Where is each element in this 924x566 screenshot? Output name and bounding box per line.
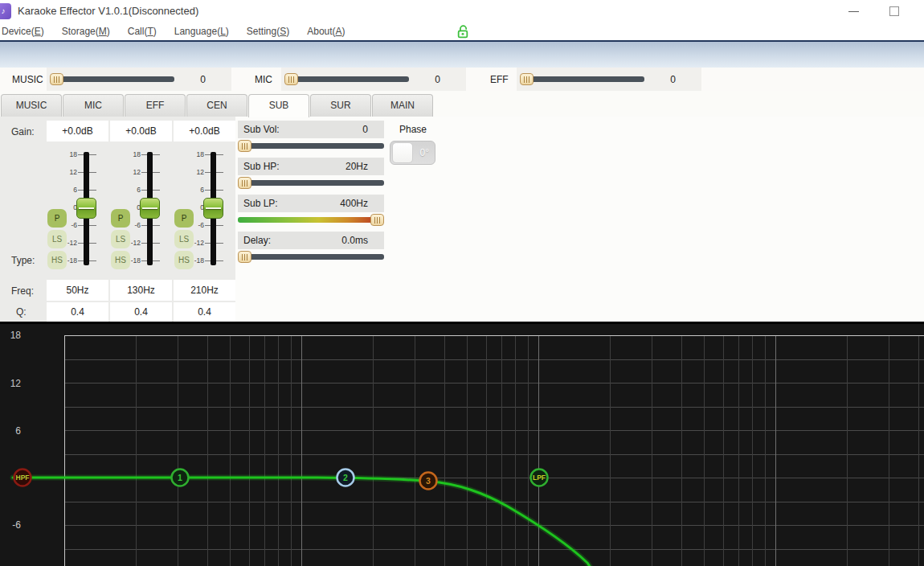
y-axis-label: -6 bbox=[12, 519, 21, 531]
eq-node-3[interactable]: 3 bbox=[420, 473, 437, 490]
band2-freq-field[interactable]: 130Hz bbox=[110, 280, 172, 301]
phase-label: Phase bbox=[389, 124, 437, 135]
eff-volume-group: EFF 0 bbox=[490, 68, 701, 91]
mic-volume-group: MIC 0 bbox=[255, 68, 466, 91]
maximize-icon bbox=[889, 6, 899, 16]
sub-vol-track[interactable] bbox=[238, 143, 384, 149]
sub-hp-slider[interactable] bbox=[238, 177, 384, 189]
delay-handle[interactable] bbox=[238, 251, 251, 263]
music-volume-handle[interactable] bbox=[50, 73, 63, 85]
band3-highshelf-button[interactable]: HS bbox=[174, 251, 194, 269]
band1-fader: 18 12 6 0 -6 -12 -18 P LS HS bbox=[47, 149, 108, 277]
band2-peak-button[interactable]: P bbox=[111, 209, 130, 228]
eq-node-1[interactable]: 1 bbox=[172, 470, 189, 486]
eq-response-graph: 181260-6HPF123LPF bbox=[0, 322, 924, 566]
svg-text:LPF: LPF bbox=[533, 474, 546, 482]
freq-row-label: Freq: bbox=[11, 285, 34, 297]
minimize-button[interactable] bbox=[837, 0, 871, 23]
band3-fader-handle[interactable] bbox=[203, 198, 223, 219]
menu-item-storage[interactable]: Storage(M) bbox=[53, 26, 119, 37]
eq-node-2[interactable]: 2 bbox=[337, 470, 354, 486]
channel-tabs: MUSIC MIC EFF CEN SUB SUR MAIN bbox=[0, 91, 924, 117]
sub-vol-value: 0 bbox=[362, 121, 368, 138]
menu-item-language[interactable]: Language(L) bbox=[166, 26, 238, 37]
tab-mic[interactable]: MIC bbox=[63, 94, 124, 117]
eff-volume-value: 0 bbox=[644, 74, 701, 85]
svg-text:2: 2 bbox=[343, 473, 348, 482]
mic-volume-slider[interactable] bbox=[284, 73, 409, 85]
sub-hp-handle[interactable] bbox=[238, 177, 251, 189]
band1-highshelf-button[interactable]: HS bbox=[47, 251, 67, 269]
phase-toggle-knob[interactable] bbox=[392, 142, 413, 163]
tab-cen[interactable]: CEN bbox=[186, 94, 247, 117]
band1-peak-button[interactable]: P bbox=[47, 209, 67, 228]
eq-node-hpf[interactable]: HPF bbox=[14, 470, 31, 486]
unlock-icon[interactable] bbox=[455, 23, 471, 39]
app-icon: ♪ bbox=[0, 3, 11, 19]
tab-sur[interactable]: SUR bbox=[310, 94, 371, 117]
delay-track[interactable] bbox=[238, 254, 384, 260]
tab-music[interactable]: MUSIC bbox=[1, 94, 62, 117]
delay-row: Delay:0.0ms bbox=[238, 232, 384, 249]
band2-fader-handle[interactable] bbox=[140, 198, 160, 219]
eq-graph-canvas[interactable]: 181260-6HPF123LPF bbox=[0, 324, 924, 566]
delay-slider[interactable] bbox=[238, 251, 384, 263]
eff-volume-track[interactable] bbox=[520, 76, 644, 82]
band1-freq-field[interactable]: 50Hz bbox=[47, 280, 108, 301]
sub-vol-handle[interactable] bbox=[238, 140, 251, 152]
maximize-button[interactable] bbox=[877, 0, 911, 23]
band3-freq-field[interactable]: 210Hz bbox=[174, 280, 235, 301]
svg-text:3: 3 bbox=[426, 476, 431, 486]
title-bar: ♪ Karaoke Effector V1.0.1(Disconnected) bbox=[0, 0, 924, 23]
band1-fader-handle[interactable] bbox=[76, 198, 96, 219]
band2-q-field[interactable]: 0.4 bbox=[110, 302, 172, 322]
karaoke-effector-window: ♪ Karaoke Effector V1.0.1(Disconnected) … bbox=[0, 0, 924, 566]
sub-hp-label: Sub HP: bbox=[243, 161, 280, 172]
eff-volume-slider[interactable] bbox=[520, 73, 644, 85]
menu-item-device[interactable]: Device(E) bbox=[0, 26, 53, 37]
menu-item-setting[interactable]: Setting(S) bbox=[238, 26, 298, 37]
band3-fader: 18 12 6 0 -6 -12 -18 P LS HS bbox=[174, 149, 235, 277]
band1-gain-field[interactable]: +0.0dB bbox=[47, 121, 108, 142]
menu-bar: Device(E) Storage(M) Call(T) Language(L)… bbox=[0, 23, 924, 40]
menu-item-about[interactable]: About(A) bbox=[298, 26, 354, 37]
y-axis-label: 18 bbox=[10, 330, 22, 341]
band2-lowshelf-button[interactable]: LS bbox=[111, 230, 130, 248]
music-volume-label: MUSIC bbox=[12, 74, 47, 85]
music-volume-value: 0 bbox=[174, 74, 231, 85]
sub-lp-slider[interactable] bbox=[238, 214, 384, 226]
tab-sub[interactable]: SUB bbox=[248, 94, 309, 117]
eff-volume-handle[interactable] bbox=[520, 73, 534, 85]
music-volume-slider[interactable] bbox=[50, 73, 174, 85]
eff-volume-panel: 0 bbox=[517, 68, 701, 91]
minimize-icon bbox=[848, 11, 859, 12]
tab-eff[interactable]: EFF bbox=[125, 94, 186, 117]
band3-q-field[interactable]: 0.4 bbox=[174, 302, 235, 322]
delay-value: 0.0ms bbox=[341, 232, 368, 249]
sub-hp-track[interactable] bbox=[238, 180, 384, 186]
mic-volume-handle[interactable] bbox=[284, 73, 298, 85]
sub-lp-row: Sub LP:400Hz bbox=[238, 195, 384, 212]
band2-gain-field[interactable]: +0.0dB bbox=[110, 121, 172, 142]
band3-peak-button[interactable]: P bbox=[174, 209, 194, 228]
band1-q-field[interactable]: 0.4 bbox=[47, 302, 108, 322]
band1-lowshelf-button[interactable]: LS bbox=[47, 230, 67, 248]
menu-item-call[interactable]: Call(T) bbox=[119, 26, 166, 37]
delay-label: Delay: bbox=[243, 235, 271, 246]
band2-fader: 18 12 6 0 -6 -12 -18 P LS HS bbox=[110, 149, 172, 277]
sub-vol-label: Sub Vol: bbox=[243, 124, 280, 135]
phase-toggle[interactable]: 0° bbox=[390, 141, 435, 165]
sub-vol-slider[interactable] bbox=[238, 140, 384, 152]
music-volume-track[interactable] bbox=[50, 76, 174, 82]
mic-volume-track[interactable] bbox=[284, 76, 409, 82]
tab-main[interactable]: MAIN bbox=[372, 94, 433, 117]
sub-lp-track[interactable] bbox=[238, 217, 384, 223]
band2-highshelf-button[interactable]: HS bbox=[111, 251, 130, 269]
eq-node-lpf[interactable]: LPF bbox=[531, 470, 548, 486]
window-title: Karaoke Effector V1.0.1(Disconnected) bbox=[18, 5, 198, 17]
band3-gain-field[interactable]: +0.0dB bbox=[174, 121, 235, 142]
y-axis-label: 12 bbox=[10, 378, 22, 389]
music-volume-panel: 0 bbox=[47, 68, 231, 91]
sub-lp-handle[interactable] bbox=[370, 214, 384, 226]
band3-lowshelf-button[interactable]: LS bbox=[174, 230, 194, 248]
